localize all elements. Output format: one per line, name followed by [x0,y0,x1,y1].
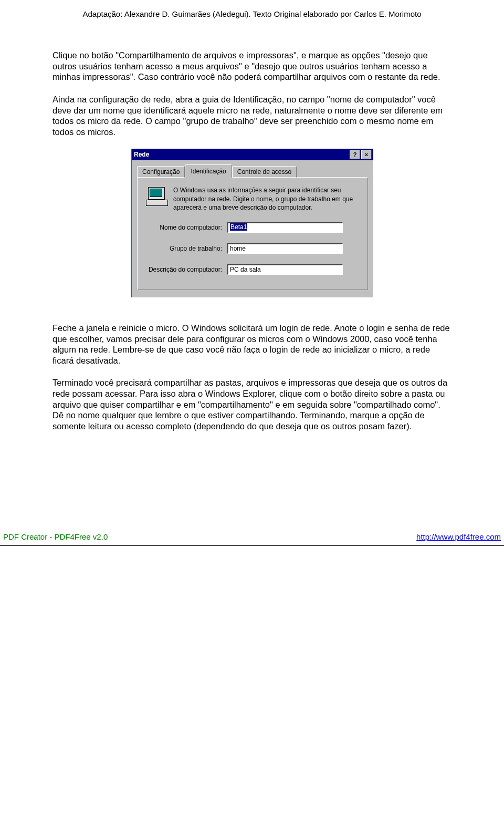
paragraph-1: Clique no botão "Compartilhamento de arq… [52,50,452,82]
label-description: Descrição do computador: [146,266,227,273]
input-workgroup[interactable] [227,243,343,254]
tab-configuracao[interactable]: Configuração [137,166,185,178]
paragraph-3: Feche a janela e reinicie o micro. O Win… [52,323,452,366]
dialog-titlebar: Rede ? × [132,149,373,160]
dialog-title: Rede [134,151,349,158]
tab-panel: O Windows usa as informações a seguir pa… [137,177,368,290]
close-button[interactable]: × [361,150,372,159]
input-description[interactable] [227,264,343,275]
label-computer-name: Nome do computador: [146,224,227,231]
paragraph-2: Ainda na configuração de rede, abra a gu… [52,94,452,138]
input-computer-name[interactable]: Beta1 [227,222,343,233]
tab-identificacao[interactable]: Identificação [185,164,232,178]
footer-left: PDF Creator - PDF4Free v2.0 [3,532,108,541]
network-dialog: Rede ? × Configuração Identificação Cont… [131,149,373,297]
info-text: O Windows usa as informações a seguir pa… [173,186,359,212]
tabstrip: Configuração Identificação Controle de a… [137,164,368,178]
computer-icon [146,186,167,207]
dialog-screenshot: Rede ? × Configuração Identificação Cont… [52,149,452,297]
label-workgroup: Grupo de trabalho: [146,245,227,252]
page-footer: PDF Creator - PDF4Free v2.0 http://www.p… [0,532,504,545]
page-header: Adaptação: Alexandre D. Guimarães (Alede… [0,0,504,50]
footer-link[interactable]: http://www.pdf4free.com [416,532,501,541]
tab-controle-acesso[interactable]: Controle de acesso [232,166,297,178]
paragraph-4: Terminado você precisará compartilhar as… [52,377,452,431]
help-button[interactable]: ? [350,150,360,159]
